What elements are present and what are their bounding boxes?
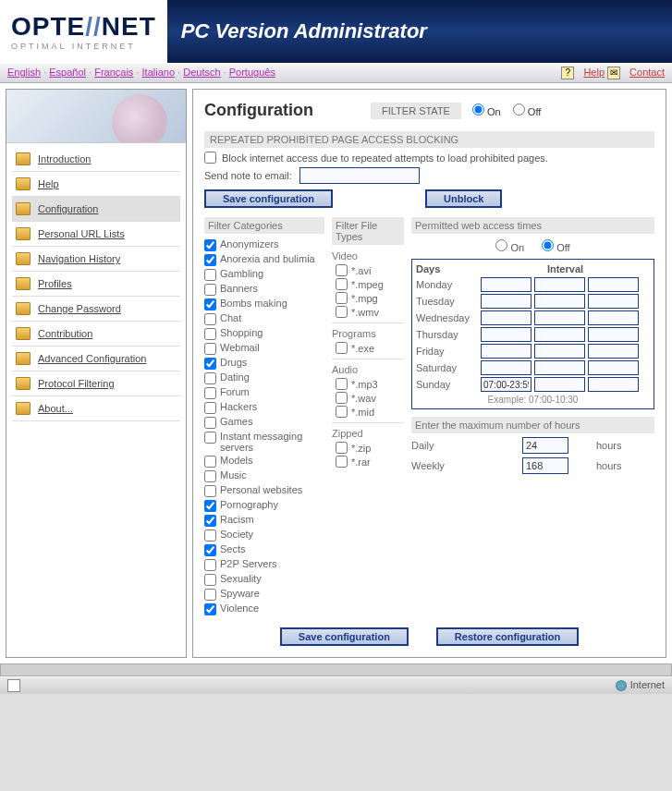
time-interval-input[interactable] bbox=[588, 360, 639, 375]
category-p-p-servers: P2P Servers bbox=[204, 557, 324, 572]
nav-navigation-history[interactable]: Navigation History bbox=[12, 247, 180, 272]
category-music: Music bbox=[204, 469, 324, 483]
nav-advanced-configuration[interactable]: Advanced Configuration bbox=[12, 347, 180, 371]
unblock-button[interactable]: Unblock bbox=[425, 189, 502, 208]
time-interval-input[interactable] bbox=[588, 310, 639, 325]
nav-about-[interactable]: About... bbox=[12, 396, 180, 421]
category-checkbox[interactable] bbox=[204, 269, 216, 281]
category-checkbox[interactable] bbox=[204, 529, 216, 542]
time-interval-input[interactable] bbox=[481, 360, 531, 375]
lang-português[interactable]: Português bbox=[229, 67, 275, 78]
times-on-radio[interactable] bbox=[495, 239, 507, 251]
filter-off[interactable]: Off bbox=[513, 106, 542, 117]
times-off-radio[interactable] bbox=[542, 239, 554, 251]
category-checkbox[interactable] bbox=[204, 500, 216, 512]
help-link[interactable]: Help bbox=[583, 67, 605, 78]
category-checkbox[interactable] bbox=[204, 544, 216, 556]
time-interval-input[interactable] bbox=[534, 310, 585, 325]
filetype-checkbox[interactable] bbox=[336, 442, 348, 454]
app-header: OPTE//NET OPTIMAL INTERNET PC Version Ad… bbox=[0, 0, 672, 63]
filter-off-radio[interactable] bbox=[513, 103, 525, 116]
lang-italiano[interactable]: Italiano bbox=[142, 67, 175, 78]
nav-configuration[interactable]: Configuration bbox=[12, 197, 180, 222]
category-checkbox[interactable] bbox=[204, 387, 216, 399]
time-interval-input[interactable] bbox=[481, 377, 531, 392]
category-checkbox[interactable] bbox=[204, 372, 216, 384]
category-checkbox[interactable] bbox=[204, 254, 216, 266]
category-checkbox[interactable] bbox=[204, 328, 216, 340]
time-interval-input[interactable] bbox=[481, 310, 531, 325]
time-interval-input[interactable] bbox=[481, 277, 531, 292]
times-on[interactable]: On bbox=[495, 242, 524, 253]
category-checkbox[interactable] bbox=[204, 559, 216, 571]
nav-personal-url-lists[interactable]: Personal URL Lists bbox=[12, 222, 180, 247]
time-interval-input[interactable] bbox=[588, 344, 639, 359]
category-checkbox[interactable] bbox=[204, 589, 216, 601]
category-checkbox[interactable] bbox=[204, 456, 216, 468]
nav-protocol-filtering[interactable]: Protocol Filtering bbox=[12, 371, 180, 396]
filter-on-radio[interactable] bbox=[472, 103, 484, 116]
daily-input[interactable] bbox=[522, 437, 568, 454]
category-checkbox[interactable] bbox=[204, 343, 216, 355]
category-checkbox[interactable] bbox=[204, 239, 216, 251]
category-checkbox[interactable] bbox=[204, 284, 216, 296]
nav-contribution[interactable]: Contribution bbox=[12, 322, 180, 347]
category-checkbox[interactable] bbox=[204, 603, 216, 615]
block-access-checkbox[interactable] bbox=[204, 152, 216, 164]
time-interval-input[interactable] bbox=[588, 377, 639, 392]
nav-help[interactable]: Help bbox=[12, 172, 180, 197]
category-checkbox[interactable] bbox=[204, 574, 216, 586]
filetype-checkbox[interactable] bbox=[336, 306, 348, 318]
time-row-thursday: Thursday bbox=[416, 327, 650, 342]
filetype-checkbox[interactable] bbox=[336, 456, 348, 468]
category-checkbox[interactable] bbox=[204, 313, 216, 325]
weekly-label: Weekly bbox=[411, 460, 522, 471]
nav-profiles[interactable]: Profiles bbox=[12, 272, 180, 297]
category-checkbox[interactable] bbox=[204, 485, 216, 497]
time-interval-input[interactable] bbox=[481, 327, 531, 342]
time-interval-input[interactable] bbox=[534, 327, 585, 342]
save-config-button[interactable]: Save configuration bbox=[204, 189, 333, 208]
category-checkbox[interactable] bbox=[204, 358, 216, 370]
restore-config-button[interactable]: Restore configuration bbox=[436, 627, 579, 646]
time-interval-input[interactable] bbox=[534, 277, 585, 292]
filetype-checkbox[interactable] bbox=[336, 392, 348, 404]
weekly-input[interactable] bbox=[522, 457, 568, 474]
time-interval-input[interactable] bbox=[481, 344, 531, 359]
lang-deutsch[interactable]: Deutsch bbox=[183, 67, 220, 78]
filetype-checkbox[interactable] bbox=[336, 406, 348, 418]
contact-link[interactable]: Contact bbox=[629, 67, 665, 78]
lang-español[interactable]: Español bbox=[49, 67, 86, 78]
time-row-friday: Friday bbox=[416, 344, 650, 359]
category-checkbox[interactable] bbox=[204, 298, 216, 310]
category-checkbox[interactable] bbox=[204, 470, 216, 482]
time-interval-input[interactable] bbox=[534, 344, 585, 359]
category-label: Sects bbox=[220, 543, 246, 554]
filetype-checkbox[interactable] bbox=[336, 378, 348, 390]
filetype-checkbox[interactable] bbox=[336, 278, 348, 290]
time-interval-input[interactable] bbox=[534, 360, 585, 375]
lang-english[interactable]: English bbox=[7, 67, 41, 78]
time-interval-input[interactable] bbox=[481, 294, 531, 309]
times-off[interactable]: Off bbox=[542, 242, 570, 253]
category-checkbox[interactable] bbox=[204, 402, 216, 414]
save-config-button-bottom[interactable]: Save configuration bbox=[280, 627, 409, 646]
time-interval-input[interactable] bbox=[588, 327, 639, 342]
lang-français[interactable]: Français bbox=[94, 67, 133, 78]
time-interval-input[interactable] bbox=[534, 377, 585, 392]
category-checkbox[interactable] bbox=[204, 515, 216, 527]
horizontal-scrollbar[interactable] bbox=[0, 663, 672, 676]
time-interval-input[interactable] bbox=[588, 294, 639, 309]
nav-introduction[interactable]: Introduction bbox=[12, 147, 180, 172]
nav-change-password[interactable]: Change Password bbox=[12, 297, 180, 322]
daily-hours-row: Daily hours bbox=[411, 437, 654, 454]
filetype-checkbox[interactable] bbox=[336, 292, 348, 304]
email-input[interactable] bbox=[299, 167, 420, 184]
category-checkbox[interactable] bbox=[204, 417, 216, 429]
filetype-checkbox[interactable] bbox=[336, 342, 348, 354]
time-interval-input[interactable] bbox=[534, 294, 585, 309]
category-checkbox[interactable] bbox=[204, 432, 216, 444]
filetype-checkbox[interactable] bbox=[336, 264, 348, 276]
time-interval-input[interactable] bbox=[588, 277, 639, 292]
filter-on[interactable]: On bbox=[472, 106, 501, 117]
